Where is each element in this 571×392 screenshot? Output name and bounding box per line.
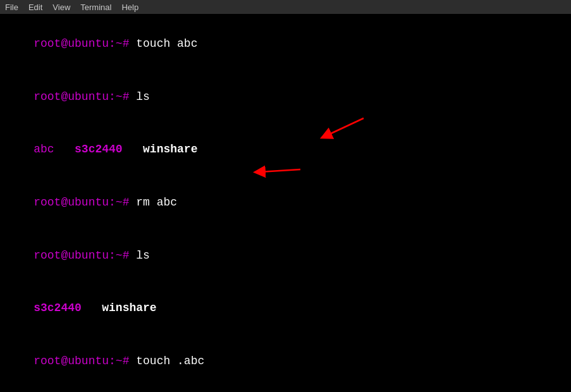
menu-file[interactable]: File [5, 3, 18, 12]
annotation-arrow-2 [202, 158, 304, 190]
menubar: File Edit View Terminal Help [0, 0, 571, 14]
menu-terminal[interactable]: Terminal [80, 3, 111, 12]
menu-view[interactable]: View [52, 3, 70, 12]
svg-line-3 [259, 169, 300, 172]
terminal-line: s3c2440 winshare [6, 282, 565, 335]
terminal[interactable]: root@ubuntu:~# touch abc root@ubuntu:~# … [0, 14, 571, 392]
terminal-line: root@ubuntu:~# ls [6, 388, 565, 392]
annotation-arrow-1 [240, 112, 367, 144]
terminal-line: root@ubuntu:~# touch abc [6, 18, 565, 71]
terminal-line: root@ubuntu:~# touch .abc [6, 335, 565, 388]
menu-edit[interactable]: Edit [28, 3, 42, 12]
menu-help[interactable]: Help [121, 3, 138, 12]
svg-line-1 [326, 118, 364, 136]
terminal-line: root@ubuntu:~# ls [6, 230, 565, 283]
